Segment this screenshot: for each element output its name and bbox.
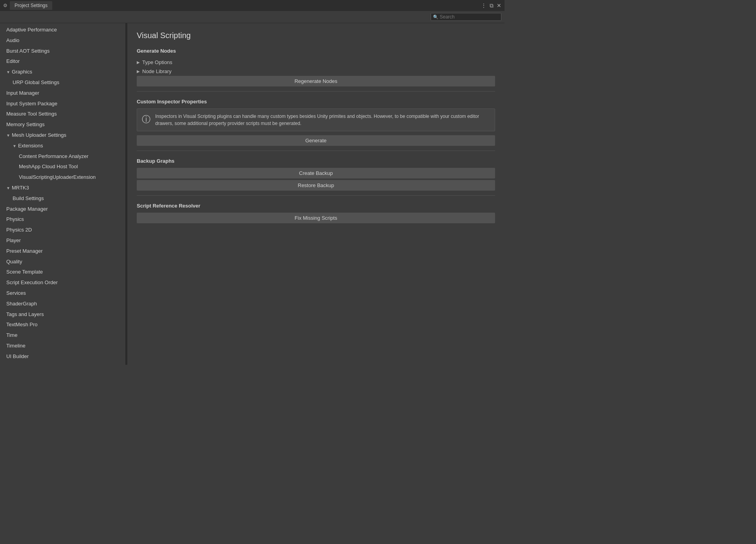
sidebar-item-visual-scripting-ext[interactable]: VisualScriptingUploaderExtension xyxy=(0,172,125,183)
arrow-mesh-uploader: ▼ xyxy=(6,132,10,139)
sidebar: Adaptive PerformanceAudioBurst AOT Setti… xyxy=(0,23,126,365)
main-layout: Adaptive PerformanceAudioBurst AOT Setti… xyxy=(0,23,505,365)
sidebar-label-visual-scripting-ext: VisualScriptingUploaderExtension xyxy=(19,174,96,180)
fix-missing-scripts-button[interactable]: Fix Missing Scripts xyxy=(137,213,495,223)
sidebar-label-measure-tool: Measure Tool Settings xyxy=(6,111,57,117)
sidebar-item-content-perf[interactable]: Content Performance Analyzer xyxy=(0,151,125,162)
sidebar-item-input-manager[interactable]: Input Manager xyxy=(0,88,125,99)
node-library-arrow: ▶ xyxy=(137,69,140,74)
sidebar-item-package-manager[interactable]: Package Manager xyxy=(0,204,125,215)
sidebar-item-input-system-package[interactable]: Input System Package xyxy=(0,99,125,109)
sidebar-item-shadergraph[interactable]: ShaderGraph xyxy=(0,299,125,309)
title-bar: ⚙ Project Settings ⋮ ⧉ ✕ xyxy=(0,0,505,11)
sidebar-item-scene-template[interactable]: Scene Template xyxy=(0,267,125,278)
sidebar-item-physics-2d[interactable]: Physics 2D xyxy=(0,225,125,235)
sidebar-item-timeline[interactable]: Timeline xyxy=(0,341,125,351)
sidebar-label-player: Player xyxy=(6,237,21,243)
sidebar-item-physics[interactable]: Physics xyxy=(0,214,125,225)
sidebar-label-ui-builder: UI Builder xyxy=(6,353,29,359)
divider-1 xyxy=(137,91,495,92)
sidebar-item-burst-aot[interactable]: Burst AOT Settings xyxy=(0,46,125,57)
sidebar-item-meshapp-cloud[interactable]: MeshApp Cloud Host Tool xyxy=(0,162,125,172)
generate-nodes-header: Generate Nodes xyxy=(137,48,495,54)
node-library-label: Node Library xyxy=(142,68,171,74)
arrow-graphics: ▼ xyxy=(6,69,10,75)
sidebar-item-extensions[interactable]: ▼Extensions xyxy=(0,141,125,151)
sidebar-item-ui-builder[interactable]: UI Builder xyxy=(0,351,125,362)
sidebar-label-meshapp-cloud: MeshApp Cloud Host Tool xyxy=(19,164,78,169)
sidebar-item-services[interactable]: Services xyxy=(0,288,125,299)
sidebar-item-adaptive-performance[interactable]: Adaptive Performance xyxy=(0,25,125,35)
sidebar-item-mrtk3[interactable]: ▼MRTK3 xyxy=(0,183,125,193)
restore-backup-button[interactable]: Restore Backup xyxy=(137,180,495,191)
sidebar-label-burst-aot: Burst AOT Settings xyxy=(6,48,50,54)
sidebar-label-build-settings: Build Settings xyxy=(13,195,44,201)
sidebar-label-mrtk3: MRTK3 xyxy=(12,185,29,191)
sidebar-item-script-execution-order[interactable]: Script Execution Order xyxy=(0,278,125,288)
sidebar-label-time: Time xyxy=(6,332,17,338)
create-backup-button[interactable]: Create Backup xyxy=(137,168,495,178)
arrow-mrtk3: ▼ xyxy=(6,185,10,191)
window-title: Project Settings xyxy=(15,3,48,8)
sidebar-item-textmesh-pro[interactable]: TextMesh Pro xyxy=(0,320,125,330)
sidebar-label-preset-manager: Preset Manager xyxy=(6,248,43,254)
close-button[interactable]: ✕ xyxy=(497,3,501,8)
sidebar-label-tags-and-layers: Tags and Layers xyxy=(6,311,44,317)
sidebar-item-build-settings[interactable]: Build Settings xyxy=(0,193,125,204)
custom-inspector-header: Custom Inspector Properties xyxy=(137,99,495,105)
sidebar-label-editor: Editor xyxy=(6,58,20,64)
arrow-extensions: ▼ xyxy=(13,143,17,149)
search-wrapper: 🔍 xyxy=(431,13,501,21)
title-tab: Project Settings xyxy=(10,1,52,10)
generate-button[interactable]: Generate xyxy=(137,135,495,146)
type-options-label: Type Options xyxy=(142,59,172,65)
sidebar-item-mesh-uploader[interactable]: ▼Mesh Uploader Settings xyxy=(0,130,125,141)
sidebar-label-audio: Audio xyxy=(6,37,19,43)
sidebar-label-extensions: Extensions xyxy=(18,143,43,149)
maximize-button[interactable]: ⧉ xyxy=(490,3,494,8)
sidebar-label-input-system-package: Input System Package xyxy=(6,101,57,107)
sidebar-label-quality: Quality xyxy=(6,259,22,265)
sidebar-label-mesh-uploader: Mesh Uploader Settings xyxy=(12,132,66,138)
type-options-row[interactable]: ▶ Type Options xyxy=(137,58,495,67)
sidebar-label-version-control: Version Control xyxy=(6,364,41,365)
sidebar-item-graphics[interactable]: ▼Graphics xyxy=(0,67,125,77)
sidebar-item-quality[interactable]: Quality xyxy=(0,257,125,267)
sidebar-item-memory-settings[interactable]: Memory Settings xyxy=(0,119,125,130)
search-icon: 🔍 xyxy=(433,15,439,20)
content-area: Visual Scripting Generate Nodes ▶ Type O… xyxy=(127,23,505,365)
script-reference-header: Script Reference Resolver xyxy=(137,203,495,209)
sidebar-label-adaptive-performance: Adaptive Performance xyxy=(6,27,57,33)
sidebar-item-editor[interactable]: Editor xyxy=(0,56,125,67)
warning-icon: ⓘ xyxy=(142,114,150,125)
sidebar-item-measure-tool[interactable]: Measure Tool Settings xyxy=(0,109,125,119)
sidebar-label-scene-template: Scene Template xyxy=(6,269,43,275)
node-library-row[interactable]: ▶ Node Library xyxy=(137,67,495,76)
info-text: Inspectors in Visual Scripting plugins c… xyxy=(155,113,490,127)
info-box: ⓘ Inspectors in Visual Scripting plugins… xyxy=(137,108,495,131)
sidebar-label-memory-settings: Memory Settings xyxy=(6,121,45,127)
sidebar-item-urp-global[interactable]: URP Global Settings xyxy=(0,77,125,88)
sidebar-item-audio[interactable]: Audio xyxy=(0,35,125,46)
sidebar-label-graphics: Graphics xyxy=(12,69,32,75)
sidebar-label-timeline: Timeline xyxy=(6,343,26,349)
sidebar-label-shadergraph: ShaderGraph xyxy=(6,301,37,307)
sidebar-item-time[interactable]: Time xyxy=(0,330,125,341)
sidebar-label-package-manager: Package Manager xyxy=(6,206,48,212)
sidebar-item-tags-and-layers[interactable]: Tags and Layers xyxy=(0,309,125,320)
window-controls: ⋮ ⧉ ✕ xyxy=(481,3,501,8)
sidebar-label-script-execution-order: Script Execution Order xyxy=(6,279,58,285)
title-bar-left: ⚙ Project Settings xyxy=(3,1,52,10)
sidebar-item-preset-manager[interactable]: Preset Manager xyxy=(0,246,125,257)
sidebar-label-physics-2d: Physics 2D xyxy=(6,227,32,233)
search-input[interactable] xyxy=(431,13,501,21)
sidebar-label-input-manager: Input Manager xyxy=(6,90,39,96)
regenerate-nodes-button[interactable]: Regenerate Nodes xyxy=(137,76,495,86)
page-title: Visual Scripting xyxy=(137,31,495,40)
menu-button[interactable]: ⋮ xyxy=(481,3,486,8)
sidebar-label-physics: Physics xyxy=(6,216,24,222)
sidebar-item-player[interactable]: Player xyxy=(0,235,125,246)
sidebar-label-services: Services xyxy=(6,290,26,296)
divider-2 xyxy=(137,151,495,151)
sidebar-item-version-control[interactable]: Version Control xyxy=(0,362,125,365)
